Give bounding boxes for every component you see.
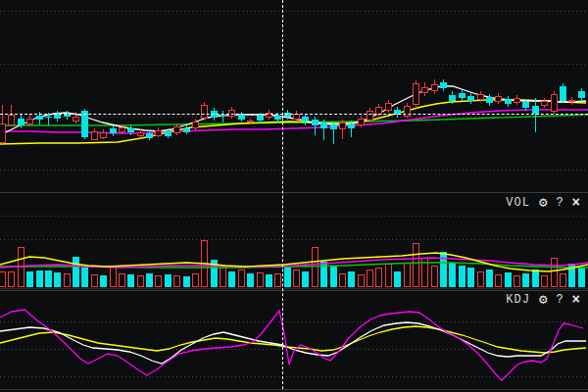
vol-bar-down xyxy=(348,271,355,287)
candle-up xyxy=(202,105,208,118)
vol-bar-down xyxy=(183,276,190,287)
vol-bar-down xyxy=(394,271,401,287)
vol-bar-down xyxy=(459,266,466,287)
candle-up xyxy=(542,101,548,105)
vol-bar-up xyxy=(137,275,143,286)
candle-down xyxy=(274,116,281,120)
candle-down xyxy=(146,133,153,138)
candle-down xyxy=(449,95,456,101)
candle-up xyxy=(477,94,483,99)
vol-bar-up xyxy=(339,273,345,286)
vol-bar-down xyxy=(228,271,235,287)
vol-bar-up xyxy=(294,270,300,286)
vol-bar-up xyxy=(542,275,548,286)
volume-settings-gear-icon[interactable]: ⚙ xyxy=(539,196,547,210)
vol-bar-down xyxy=(467,268,474,287)
volume-bars-panel[interactable] xyxy=(0,214,588,290)
candle-up xyxy=(514,98,520,102)
crosshair-vertical-line xyxy=(282,0,283,389)
candle-down xyxy=(54,115,61,119)
price-candlestick-panel[interactable] xyxy=(0,0,588,193)
candle-up xyxy=(368,111,373,120)
candle-up xyxy=(385,103,391,110)
candle-down xyxy=(165,131,172,136)
candle-down xyxy=(36,116,43,120)
vol-bar-down xyxy=(36,270,43,287)
vol-bar-up xyxy=(368,270,373,286)
vol-bar-up xyxy=(9,271,15,286)
volume-close-icon[interactable]: × xyxy=(572,196,580,210)
candle-down xyxy=(127,128,134,132)
panel-separator xyxy=(0,290,588,291)
vol-bar-down xyxy=(81,268,88,287)
candle-up xyxy=(229,110,235,116)
vol-bar-up xyxy=(110,267,116,286)
candle-down xyxy=(312,120,318,125)
vol-bar-up xyxy=(156,275,162,286)
candle-up xyxy=(358,119,364,124)
panel-separator xyxy=(0,389,588,390)
candle-up xyxy=(74,117,79,121)
vol-bar-up xyxy=(257,272,263,286)
candle-up xyxy=(568,100,575,102)
vol-bar-down xyxy=(73,257,79,287)
candle-down xyxy=(522,102,529,108)
vol-bar-down xyxy=(54,272,61,287)
candle-down xyxy=(459,93,466,98)
candle-down xyxy=(560,86,566,101)
vol-bar-down xyxy=(284,268,291,287)
stock-chart-window: VOL ⚙ ? × KDJ ⚙ ? × xyxy=(0,0,588,392)
candle-up xyxy=(119,127,124,131)
volume-indicator-label: VOL xyxy=(506,197,530,209)
kdj-settings-gear-icon[interactable]: ⚙ xyxy=(539,293,547,307)
candle-down xyxy=(330,124,337,129)
kdj-line-K xyxy=(0,322,586,364)
candle-down xyxy=(578,91,585,98)
vol-bar-down xyxy=(247,273,254,287)
vol-bar-down xyxy=(100,275,107,287)
kdj-close-icon[interactable]: × xyxy=(572,293,580,307)
vol-bar-up xyxy=(514,275,520,286)
volume-panel-header: VOL ⚙ ? × xyxy=(0,195,588,211)
vol-bar-down xyxy=(505,272,512,287)
vol-bar-down xyxy=(26,271,33,287)
vol-bar-up xyxy=(174,275,180,286)
vol-bar-down xyxy=(302,271,309,287)
candle-down xyxy=(110,128,117,133)
volume-help-icon[interactable]: ? xyxy=(556,197,563,209)
vol-bar-down xyxy=(440,252,447,287)
vol-bar-down xyxy=(578,268,585,287)
vol-bar-up xyxy=(431,266,437,286)
vol-bar-up xyxy=(551,258,557,286)
vol-bar-up xyxy=(376,268,382,286)
candle-down xyxy=(440,82,447,88)
candle-up xyxy=(339,122,345,128)
vol-bar-down xyxy=(522,273,529,287)
candle-down xyxy=(320,122,327,128)
kdj-indicator-label: KDJ xyxy=(506,294,530,306)
vol-bar-down xyxy=(266,274,272,287)
candle-up xyxy=(91,131,97,139)
vol-bar-up xyxy=(91,274,97,286)
candle-down xyxy=(81,111,88,137)
vol-bar-down xyxy=(532,270,539,287)
candle-up xyxy=(431,84,437,90)
candle-down xyxy=(532,106,539,114)
vol-bar-up xyxy=(0,271,6,286)
candle-up xyxy=(156,130,162,135)
vol-bar-up xyxy=(477,271,483,286)
vol-bar-up xyxy=(64,273,70,286)
vol-bar-up xyxy=(404,263,410,286)
vol-bar-down xyxy=(449,263,456,287)
kdj-lines-panel[interactable] xyxy=(0,308,588,389)
candle-up xyxy=(174,126,180,132)
vol-bar-up xyxy=(275,273,281,286)
kdj-help-icon[interactable]: ? xyxy=(556,294,563,306)
candle-up xyxy=(551,94,557,111)
vol-bar-down xyxy=(165,274,172,287)
kdj-panel-header: KDJ ⚙ ? × xyxy=(0,293,588,307)
candle-down xyxy=(45,117,52,118)
candle-up xyxy=(496,96,502,101)
candle-up xyxy=(376,107,382,114)
vol-bar-up xyxy=(560,273,565,286)
